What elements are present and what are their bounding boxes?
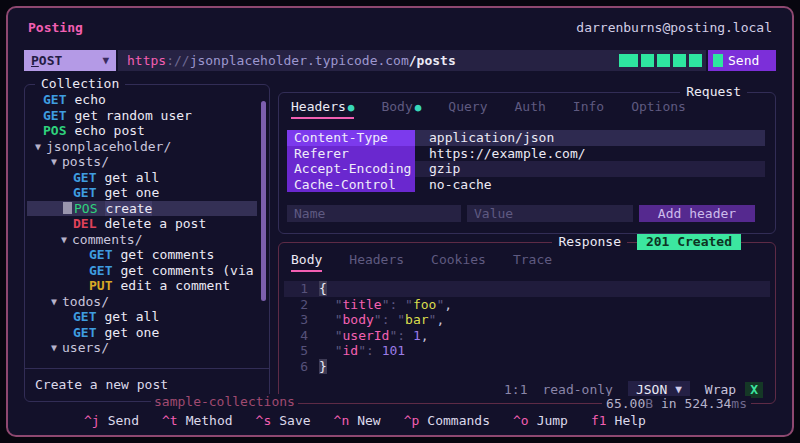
collection-scrollbar[interactable] — [261, 101, 266, 301]
code-token: " — [397, 312, 405, 327]
activity-block — [673, 54, 686, 67]
tab-request-options[interactable]: Options — [631, 99, 686, 119]
collection-folder-jsonplaceholder[interactable]: ▼jsonplaceholder/ — [27, 139, 257, 155]
tab-label: Info — [573, 99, 604, 114]
code-line: 3 "body": "bar", — [284, 312, 770, 328]
response-body-editor[interactable]: 1{2 "title": "foo",3 "body": "bar",4 "us… — [284, 281, 770, 374]
tab-response-headers[interactable]: Headers — [349, 252, 404, 272]
header-value-input[interactable] — [467, 205, 633, 222]
collection-item-get-one[interactable]: GETget one — [27, 325, 257, 341]
footer-binding-save[interactable]: ^sSave — [256, 413, 311, 428]
code-token: " — [374, 312, 382, 327]
code-line-content: "userId": 1, — [319, 328, 429, 344]
header-name-input[interactable] — [287, 205, 461, 222]
collection-item-get-comments[interactable]: GETget comments — [27, 247, 257, 263]
header-name-cell: Referer — [287, 146, 415, 162]
collection-item-edit-a-comment[interactable]: PUTedit a comment — [27, 278, 257, 294]
collection-folder-posts[interactable]: ▼posts/ — [27, 154, 257, 170]
key-shortcut: f1 — [591, 413, 607, 428]
tab-response-body[interactable]: Body — [291, 252, 322, 272]
response-panel-title: Response — [552, 234, 627, 250]
header-value-cell: https://example.com/ — [415, 146, 586, 162]
tab-label: Body — [291, 252, 322, 267]
response-time: 524.34 — [684, 396, 731, 411]
code-token: : — [366, 343, 374, 358]
response-time-unit: ms — [731, 396, 747, 411]
request-label: edit a comment — [120, 278, 230, 294]
folder-label: users/ — [62, 340, 109, 356]
url-input[interactable]: https://jsonplaceholder.typicode.com/pos… — [118, 50, 706, 71]
request-label: get random user — [74, 108, 191, 124]
folder-label: todos/ — [62, 294, 109, 310]
status-badge: 201 Created — [637, 234, 741, 250]
tab-response-cookies[interactable]: Cookies — [431, 252, 486, 272]
header-name-cell: Content-Type — [287, 130, 415, 146]
collection-item-get-random-user[interactable]: GETget random user — [27, 108, 257, 124]
footer-binding-jump[interactable]: ^oJump — [513, 413, 568, 428]
tab-label: Query — [448, 99, 487, 114]
collection-item-create[interactable]: POScreate — [27, 201, 257, 217]
header-row[interactable]: Refererhttps://example.com/ — [287, 146, 765, 162]
tab-response-trace[interactable]: Trace — [513, 252, 552, 272]
collection-item-get-all[interactable]: GETget all — [27, 170, 257, 186]
collection-item-get-comments-via[interactable]: GETget comments (via — [27, 263, 257, 279]
key-action-label: Commands — [427, 413, 490, 428]
chevron-down-icon: ▼ — [675, 383, 682, 396]
footer-binding-send[interactable]: ^jSend — [84, 413, 139, 428]
collection-tree[interactable]: GETechoGETget random userPOSecho post▼js… — [27, 92, 257, 357]
line-number: 3 — [284, 312, 308, 328]
footer-binding-help[interactable]: f1Help — [591, 413, 646, 428]
top-bar: Posting darrenburns@posting.local — [28, 20, 772, 35]
code-token: : — [397, 328, 405, 343]
method-select[interactable]: POST ▼ — [24, 50, 116, 71]
key-shortcut: ^j — [84, 413, 100, 428]
request-label: echo — [74, 92, 105, 108]
send-button[interactable]: Send — [708, 50, 776, 71]
collection-folder-todos[interactable]: ▼todos/ — [27, 294, 257, 310]
tab-request-info[interactable]: Info — [573, 99, 604, 119]
request-label: get comments — [120, 247, 214, 263]
footer-binding-commands[interactable]: ^pCommands — [404, 413, 490, 428]
collection-item-get-all[interactable]: GETget all — [27, 309, 257, 325]
send-activity-icon — [713, 54, 723, 67]
collection-item-echo-post[interactable]: POSecho post — [27, 123, 257, 139]
tab-request-query[interactable]: Query — [448, 99, 487, 119]
key-action-label: Method — [186, 413, 233, 428]
code-token: id — [342, 343, 358, 358]
footer-binding-method[interactable]: ^tMethod — [162, 413, 233, 428]
header-row[interactable]: Content-Typeapplication/json — [287, 130, 765, 146]
folder-label: comments/ — [72, 232, 142, 248]
method-badge: POS — [74, 201, 97, 217]
method-badge: GET — [73, 170, 96, 186]
header-value-cell: application/json — [415, 130, 554, 146]
header-row[interactable]: Accept-Encodinggzip — [287, 161, 765, 177]
selection-cursor — [63, 202, 72, 214]
collection-folder-comments[interactable]: ▼comments/ — [27, 232, 257, 248]
code-line: 2 "title": "foo", — [284, 297, 770, 313]
code-token — [405, 328, 413, 343]
request-panel: Request Headers●Body●QueryAuthInfoOption… — [278, 92, 776, 234]
code-line-content: "id": 101 — [319, 343, 405, 359]
request-label: get one — [104, 325, 159, 341]
activity-block — [657, 54, 670, 67]
method-badge: GET — [89, 247, 112, 263]
add-header-button[interactable]: Add header — [639, 205, 755, 222]
collection-item-delete-a-post[interactable]: DELdelete a post — [27, 216, 257, 232]
footer-binding-new[interactable]: ^nNew — [334, 413, 381, 428]
tab-request-headers[interactable]: Headers● — [291, 99, 354, 119]
triangle-down-icon: ▼ — [51, 340, 57, 356]
collection-item-get-one[interactable]: GETget one — [27, 185, 257, 201]
collection-item-echo[interactable]: GETecho — [27, 92, 257, 108]
tab-label: Headers — [291, 99, 346, 114]
tab-request-auth[interactable]: Auth — [515, 99, 546, 119]
line-number: 5 — [284, 343, 308, 359]
app-title: Posting — [28, 20, 83, 35]
tab-request-body[interactable]: Body● — [381, 99, 421, 119]
key-action-label: Help — [615, 413, 646, 428]
url-bar: POST ▼ https://jsonplaceholder.typicode.… — [24, 50, 776, 71]
request-label: get comments (via — [120, 263, 253, 279]
collection-folder-users[interactable]: ▼users/ — [27, 340, 257, 356]
header-row[interactable]: Cache-Controlno-cache — [287, 177, 765, 193]
triangle-down-icon: ▼ — [61, 232, 67, 248]
request-label: get one — [104, 185, 159, 201]
